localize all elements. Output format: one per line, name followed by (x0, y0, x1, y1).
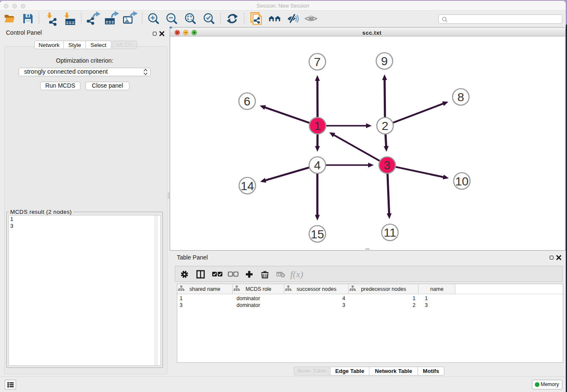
svg-text:11: 11 (384, 226, 396, 239)
svg-text:9: 9 (381, 54, 388, 68)
svg-text:7: 7 (314, 55, 321, 69)
svg-text:15: 15 (311, 227, 324, 241)
svg-text:14: 14 (241, 179, 254, 193)
svg-text:f(x): f(x) (290, 269, 303, 279)
svg-text:6: 6 (244, 94, 250, 108)
svg-text:3: 3 (384, 158, 391, 172)
svg-text:1: 1 (314, 119, 321, 133)
svg-text:8: 8 (457, 90, 464, 104)
svg-text:2: 2 (382, 119, 388, 133)
svg-text:10: 10 (455, 174, 469, 188)
svg-text:4: 4 (314, 158, 321, 172)
